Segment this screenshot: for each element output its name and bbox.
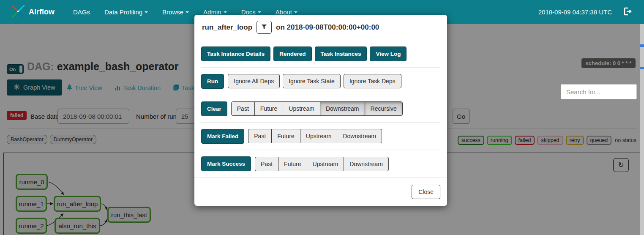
mark-failed-past-toggle[interactable]: Past bbox=[248, 129, 272, 143]
modal-row-mark-failed: Mark Failed Past Future Upstream Downstr… bbox=[201, 123, 440, 150]
caret-down-icon bbox=[145, 11, 148, 13]
search-input[interactable] bbox=[561, 84, 637, 99]
modal-task-name: run_after_loop bbox=[202, 23, 252, 32]
clear-recursive-toggle[interactable]: Recursive bbox=[365, 101, 403, 116]
mark-failed-downstream-toggle[interactable]: Downstream bbox=[337, 129, 382, 143]
modal-header: run_after_loop on 2018-09-08T00:00:00+00… bbox=[194, 15, 447, 40]
mark-success-upstream-toggle[interactable]: Upstream bbox=[307, 157, 344, 171]
mark-success-future-toggle[interactable]: Future bbox=[278, 157, 307, 171]
modal-row-clear: Clear Past Future Upstream Downstream Re… bbox=[201, 95, 440, 123]
caret-down-icon bbox=[186, 11, 189, 13]
task-instance-details-button[interactable]: Task Instance Details bbox=[201, 46, 270, 61]
ignore-task-deps-toggle[interactable]: Ignore Task Deps bbox=[344, 74, 401, 88]
clear-button[interactable]: Clear bbox=[201, 101, 227, 116]
modal-row-mark-success: Mark Success Past Future Upstream Downst… bbox=[201, 150, 440, 178]
caret-down-icon bbox=[224, 11, 227, 13]
brand-name: Airflow bbox=[29, 8, 55, 16]
caret-down-icon bbox=[294, 11, 297, 13]
mark-success-options-group: Past Future Upstream Downstream bbox=[255, 157, 389, 171]
page-scrollbar[interactable] bbox=[640, 24, 644, 235]
task-instance-modal: run_after_loop on 2018-09-08T00:00:00+00… bbox=[194, 15, 447, 206]
mark-success-downstream-toggle[interactable]: Downstream bbox=[344, 157, 389, 171]
clear-downstream-toggle[interactable]: Downstream bbox=[320, 101, 365, 116]
nav-item-data-profiling[interactable]: Data Profiling bbox=[104, 8, 148, 16]
clear-upstream-toggle[interactable]: Upstream bbox=[283, 101, 320, 116]
funnel-filter-icon bbox=[261, 24, 267, 31]
nav-item-dags[interactable]: DAGs bbox=[73, 8, 90, 16]
task-instances-button[interactable]: Task Instances bbox=[315, 46, 367, 61]
rendered-button[interactable]: Rendered bbox=[273, 46, 311, 61]
airflow-pinwheel-logo-icon bbox=[11, 4, 25, 20]
mark-failed-upstream-toggle[interactable]: Upstream bbox=[300, 129, 338, 143]
logout-icon[interactable] bbox=[623, 7, 632, 18]
clear-options-group: Past Future Upstream Downstream Recursiv… bbox=[231, 101, 403, 116]
mark-failed-options-group: Past Future Upstream Downstream bbox=[248, 129, 382, 143]
filter-button[interactable] bbox=[257, 21, 272, 34]
modal-row-details: Task Instance Details Rendered Task Inst… bbox=[201, 40, 440, 68]
mark-failed-button[interactable]: Mark Failed bbox=[201, 129, 244, 144]
mark-success-button[interactable]: Mark Success bbox=[201, 156, 251, 171]
scrollbar-mark bbox=[640, 67, 644, 69]
modal-execution-date: on 2018-09-08T00:00:00+00:00 bbox=[276, 23, 379, 32]
clear-past-toggle[interactable]: Past bbox=[231, 101, 255, 116]
clear-future-toggle[interactable]: Future bbox=[254, 101, 283, 116]
modal-footer: Close bbox=[194, 178, 447, 205]
caret-down-icon bbox=[258, 11, 261, 13]
airflow-graph-page: Airflow DAGs Data Profiling Browse Admin… bbox=[0, 0, 644, 235]
mark-failed-future-toggle[interactable]: Future bbox=[271, 129, 300, 143]
utc-clock: 2018-09-09 04:37:38 UTC bbox=[538, 8, 612, 16]
scrollbar-mark bbox=[640, 44, 644, 47]
mark-success-past-toggle[interactable]: Past bbox=[255, 157, 278, 171]
run-button[interactable]: Run bbox=[201, 74, 224, 89]
nav-item-browse[interactable]: Browse bbox=[162, 8, 189, 16]
view-log-button[interactable]: View Log bbox=[370, 46, 407, 61]
ignore-task-state-toggle[interactable]: Ignore Task State bbox=[283, 74, 341, 88]
modal-row-run: Run Ignore All Deps Ignore Task State Ig… bbox=[201, 68, 440, 95]
close-button[interactable]: Close bbox=[412, 185, 440, 199]
airflow-brand[interactable]: Airflow bbox=[11, 4, 55, 20]
ignore-all-deps-toggle[interactable]: Ignore All Deps bbox=[228, 74, 280, 88]
